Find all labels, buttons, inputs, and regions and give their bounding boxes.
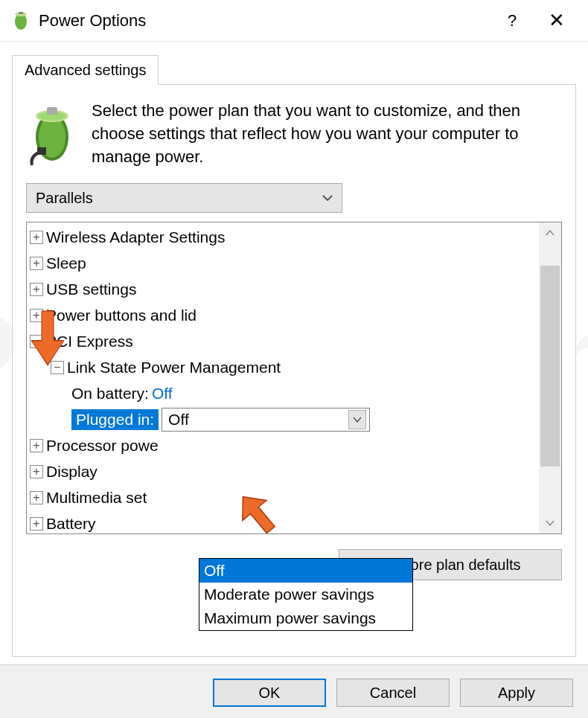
svg-rect-7 [47, 107, 57, 115]
settings-tree: +Wireless Adapter Settings+Sleep+USB set… [26, 222, 562, 534]
tree-label: Sleep [46, 254, 86, 272]
expand-icon[interactable]: + [30, 283, 43, 296]
tree-item[interactable]: Plugged in:Off [30, 406, 539, 432]
dropdown-list[interactable]: OffModerate power savingsMaximum power s… [199, 558, 413, 631]
power-plan-value: Parallels [36, 190, 93, 207]
setting-value[interactable]: Off [152, 385, 173, 403]
expand-icon[interactable]: + [30, 231, 43, 244]
dropdown-option[interactable]: Maximum power savings [199, 606, 412, 630]
tree-label: Battery [46, 515, 96, 533]
tree-item[interactable]: +Processor powe [30, 432, 539, 458]
battery-icon [9, 9, 33, 33]
tree-item[interactable]: +Display [30, 458, 539, 484]
scroll-down-arrow[interactable] [539, 513, 561, 533]
apply-button[interactable]: Apply [460, 679, 573, 707]
svg-rect-8 [37, 147, 46, 155]
tree-item[interactable]: +Power buttons and lid [30, 302, 539, 328]
close-button[interactable]: ✕ [534, 6, 579, 36]
cancel-button[interactable]: Cancel [336, 679, 450, 707]
expand-icon[interactable]: + [30, 517, 43, 531]
setting-label: On battery: [71, 385, 149, 403]
battery-icon-large [26, 100, 78, 167]
expand-icon[interactable]: + [30, 465, 43, 478]
tab-panel: Select the power plan that you want to c… [12, 84, 576, 657]
titlebar: Power Options ? ✕ [0, 0, 588, 42]
dialog-buttons: OK Cancel Apply [0, 664, 588, 718]
tree-item[interactable]: −Link State Power Management [30, 354, 539, 380]
tree-item[interactable]: On battery: Off [30, 380, 539, 406]
tree-item[interactable]: −PCI Express [30, 328, 539, 354]
tutorial-arrow-icon [27, 307, 68, 370]
setting-label: Plugged in: [71, 409, 159, 430]
setting-value-dropdown[interactable]: Off [162, 408, 370, 432]
expand-icon[interactable]: + [30, 439, 43, 452]
help-button[interactable]: ? [490, 6, 534, 36]
ok-button[interactable]: OK [213, 679, 326, 707]
scrollbar[interactable] [539, 222, 561, 533]
window-title: Power Options [39, 11, 490, 31]
dropdown-option[interactable]: Moderate power savings [199, 583, 412, 606]
tab-strip: Advanced settings [0, 42, 588, 85]
tree-label: Multimedia set [46, 489, 147, 507]
tree-item[interactable]: +Sleep [30, 250, 539, 276]
dropdown-option[interactable]: Off [199, 559, 412, 583]
dropdown-button[interactable] [348, 410, 366, 429]
tree-label: Power buttons and lid [46, 307, 196, 324]
tree-label: Link State Power Management [67, 359, 281, 376]
description-text: Select the power plan that you want to c… [92, 100, 562, 168]
scroll-track[interactable] [539, 243, 561, 513]
tree-item[interactable]: +USB settings [30, 276, 539, 302]
power-plan-select[interactable]: Parallels [26, 183, 342, 213]
scroll-thumb[interactable] [540, 266, 560, 467]
expand-icon[interactable]: + [30, 491, 43, 504]
tutorial-arrow-icon [231, 488, 290, 544]
svg-rect-2 [19, 12, 23, 14]
scroll-up-arrow[interactable] [539, 222, 561, 243]
dropdown-current-value: Off [168, 411, 189, 429]
chevron-down-icon [322, 195, 333, 201]
tree-item[interactable]: +Wireless Adapter Settings [30, 224, 539, 250]
tab-advanced-settings[interactable]: Advanced settings [12, 55, 159, 85]
expand-icon[interactable]: + [30, 257, 43, 270]
tree-label: Display [46, 463, 98, 481]
tree-label: Wireless Adapter Settings [46, 228, 225, 246]
tree-label: Processor powe [46, 437, 159, 455]
tree-label: USB settings [46, 281, 136, 298]
